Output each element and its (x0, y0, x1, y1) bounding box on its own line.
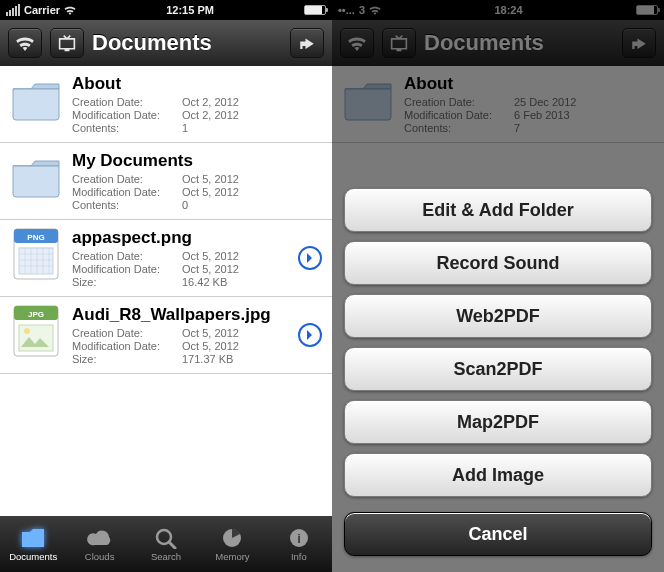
item-title: My Documents (72, 151, 322, 171)
tab-documents[interactable]: Documents (0, 516, 66, 572)
svg-rect-3 (19, 248, 53, 274)
file-list[interactable]: About Creation Date:Oct 2, 2012 Modifica… (0, 66, 332, 516)
png-file-icon: PNG (10, 228, 62, 280)
meta-value: 16.42 KB (182, 276, 322, 288)
wifi-share-button[interactable] (8, 28, 42, 58)
share-button[interactable] (290, 28, 324, 58)
meta-value: 1 (182, 122, 322, 134)
meta-label: Contents: (72, 122, 182, 134)
svg-text:PNG: PNG (27, 233, 44, 242)
tab-clouds[interactable]: Clouds (66, 516, 132, 572)
tab-bar: Documents Clouds Search Memory i Info (0, 516, 332, 572)
meta-value: Oct 2, 2012 (182, 96, 322, 108)
meta-label: Creation Date: (72, 173, 182, 185)
sheet-record-sound-button[interactable]: Record Sound (344, 241, 652, 285)
sheet-edit-add-folder-button[interactable]: Edit & Add Folder (344, 188, 652, 232)
meta-value: 171.37 KB (182, 353, 322, 365)
meta-label: Size: (72, 353, 182, 365)
clock-label: 12:15 PM (76, 4, 304, 16)
tab-label: Documents (9, 551, 57, 562)
sheet-cancel-button[interactable]: Cancel (344, 512, 652, 556)
tab-memory[interactable]: Memory (199, 516, 265, 572)
item-title: appaspect.png (72, 228, 322, 248)
svg-text:JPG: JPG (28, 310, 44, 319)
tab-label: Search (151, 551, 181, 562)
meta-label: Creation Date: (72, 327, 182, 339)
screen-documents-list: Carrier 12:15 PM Documents (0, 0, 332, 572)
battery-icon (304, 5, 326, 15)
jpg-file-icon: JPG (10, 305, 62, 357)
wifi-icon (64, 5, 76, 15)
nav-title: Documents (92, 30, 282, 56)
meta-value: 0 (182, 199, 322, 211)
tab-label: Clouds (85, 551, 115, 562)
svg-text:i: i (297, 531, 301, 546)
screen-action-sheet: ••... 3 18:24 Documents (332, 0, 664, 572)
signal-bars-icon (6, 4, 20, 16)
tab-label: Memory (215, 551, 249, 562)
meta-label: Modification Date: (72, 263, 182, 275)
svg-rect-7 (19, 325, 53, 351)
carrier-label: Carrier (24, 4, 60, 16)
meta-value: Oct 5, 2012 (182, 173, 322, 185)
meta-value: Oct 5, 2012 (182, 186, 322, 198)
sheet-map2pdf-button[interactable]: Map2PDF (344, 400, 652, 444)
folder-icon (10, 74, 62, 126)
meta-label: Modification Date: (72, 186, 182, 198)
sheet-add-image-button[interactable]: Add Image (344, 453, 652, 497)
tab-search[interactable]: Search (133, 516, 199, 572)
detail-disclosure-button[interactable] (298, 323, 322, 347)
tab-info[interactable]: i Info (266, 516, 332, 572)
meta-label: Creation Date: (72, 250, 182, 262)
item-title: About (72, 74, 322, 94)
meta-value: Oct 2, 2012 (182, 109, 322, 121)
list-item[interactable]: PNG appaspect.png Creation Date:Oct 5, 2… (0, 220, 332, 297)
meta-label: Size: (72, 276, 182, 288)
tab-label: Info (291, 551, 307, 562)
sheet-web2pdf-button[interactable]: Web2PDF (344, 294, 652, 338)
meta-label: Creation Date: (72, 96, 182, 108)
item-title: Audi_R8_Wallpapers.jpg (72, 305, 322, 325)
list-item[interactable]: My Documents Creation Date:Oct 5, 2012 M… (0, 143, 332, 220)
meta-label: Modification Date: (72, 109, 182, 121)
nav-bar: Documents (0, 20, 332, 66)
folder-icon (10, 151, 62, 203)
status-bar: Carrier 12:15 PM (0, 0, 332, 20)
meta-label: Modification Date: (72, 340, 182, 352)
meta-label: Contents: (72, 199, 182, 211)
detail-disclosure-button[interactable] (298, 246, 322, 270)
svg-point-8 (24, 328, 30, 334)
sheet-scan2pdf-button[interactable]: Scan2PDF (344, 347, 652, 391)
action-sheet: Edit & Add Folder Record Sound Web2PDF S… (332, 178, 664, 572)
tv-button[interactable] (50, 28, 84, 58)
list-item[interactable]: JPG Audi_R8_Wallpapers.jpg Creation Date… (0, 297, 332, 374)
list-item[interactable]: About Creation Date:Oct 2, 2012 Modifica… (0, 66, 332, 143)
